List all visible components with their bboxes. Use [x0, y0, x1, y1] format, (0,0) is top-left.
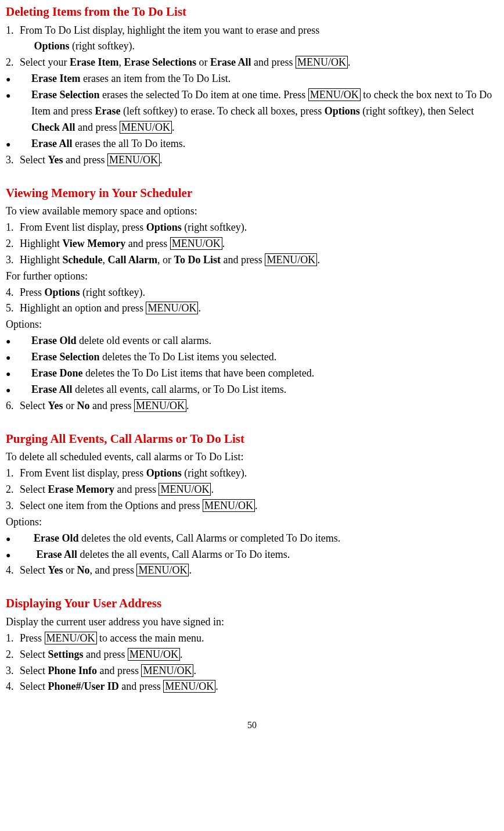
bullet-text: deletes the old events, Call Alarms or c…: [79, 532, 341, 544]
step-4: 4.Press Options (right softkey).: [6, 285, 498, 301]
step-text: Select: [20, 649, 48, 660]
step-text: .: [211, 483, 214, 495]
bold-text: Yes: [48, 400, 63, 411]
step-2: 2.Highlight View Memory and press MENU/O…: [6, 236, 498, 252]
bold-text: Erase Selections: [124, 56, 196, 68]
step-text: Highlight an option and press: [20, 302, 146, 314]
section-heading: Viewing Memory in Your Scheduler: [6, 184, 498, 203]
step-text: From Event list display, press: [20, 221, 146, 233]
key-button: MENU/OK: [296, 56, 348, 69]
step-text: Select: [20, 483, 48, 495]
bullet-text: (right softkey), then Select: [360, 105, 474, 117]
bold-text: Check All: [31, 121, 75, 133]
key-button: MENU/OK: [107, 153, 160, 166]
bold-text: Call Alarm: [108, 254, 158, 266]
step-3: 3.Highlight Schedule, Call Alarm, or To …: [6, 252, 498, 268]
bold-text: View Memory: [63, 238, 126, 249]
key-button: MENU/OK: [159, 483, 211, 496]
bold-text: Erase Selection: [31, 89, 99, 101]
step-text: Select: [20, 564, 48, 576]
step-text: (right softkey).: [182, 221, 247, 233]
bold-text: Erase Memory: [48, 483, 114, 495]
step-text: and press: [114, 483, 159, 495]
bold-text: Erase All: [31, 138, 73, 149]
key-button: MENU/OK: [45, 632, 97, 644]
bullet-text: .: [172, 121, 175, 133]
bullet-text: deletes all events, call alarms, or To D…: [73, 384, 287, 395]
intro-text: Display the current user address you hav…: [6, 614, 498, 631]
step-text: .: [255, 500, 258, 511]
key-button: MENU/OK: [136, 564, 189, 576]
step-text: .: [186, 400, 189, 411]
bold-text: Yes: [48, 564, 63, 576]
step-1: 1.From Event list display, press Options…: [6, 220, 498, 236]
bullet-item: Erase Selection erases the selected To D…: [6, 87, 498, 136]
step-text: From Event list display, press: [20, 467, 146, 479]
step-text: Select one item from the Options and pre…: [20, 500, 203, 511]
step-3: 3.Select one item from the Options and p…: [6, 498, 498, 514]
bold-text: Erase Old: [34, 532, 79, 544]
key-button: MENU/OK: [134, 399, 186, 412]
key-button: MENU/OK: [128, 648, 180, 661]
step-text: .: [198, 302, 201, 314]
bullet-text: deletes the all events, Call Alarms or T…: [77, 549, 290, 560]
bullet-item: Erase All deletes all events, call alarm…: [6, 382, 498, 398]
step-text: .: [348, 56, 351, 68]
step-text: Select: [20, 665, 48, 676]
step-text: and press: [89, 400, 134, 411]
step-text: .: [180, 649, 183, 660]
bold-text: Erase Old: [31, 335, 77, 346]
step-5: 5.Highlight an option and press MENU/OK.: [6, 300, 498, 317]
step-text: and press: [221, 254, 265, 266]
bold-text: Options: [146, 221, 182, 233]
step-2: 2.Select Settings and press MENU/OK.: [6, 647, 498, 663]
step-text: .: [215, 680, 218, 692]
step-text: and press: [84, 649, 128, 660]
bullet-text: and press: [75, 121, 120, 133]
bold-text: Phone#/User ID: [48, 680, 118, 692]
step-text: or: [196, 56, 210, 68]
bold-text: Options: [34, 40, 70, 52]
bullet-item: Erase Old delete old events or call alar…: [6, 333, 498, 349]
bullet-item: Erase All deletes the all events, Call A…: [6, 547, 498, 563]
bullet-text: deletes the To Do List items you selecte…: [99, 351, 276, 363]
key-button: MENU/OK: [265, 253, 317, 266]
step-text: , or: [157, 254, 174, 266]
step-3: 3.Select Phone Info and press MENU/OK.: [6, 663, 498, 679]
step-text: or: [63, 400, 77, 411]
step-text: to access the main menu.: [97, 632, 204, 644]
step-text: ,: [103, 254, 108, 266]
step-text: Select: [20, 400, 48, 411]
bold-text: Erase: [95, 105, 120, 117]
step-3: 3.Select Yes and press MENU/OK.: [6, 152, 498, 169]
intro-text: To view available memory space and optio…: [6, 203, 498, 220]
step-text: .: [193, 665, 196, 676]
step-text: Select your: [20, 56, 70, 68]
key-button: MENU/OK: [170, 237, 222, 250]
section-heading: Purging All Events, Call Alarms or To Do…: [6, 429, 498, 449]
step-text: Highlight: [20, 254, 63, 266]
step-text: .: [222, 238, 225, 249]
step-2: 2.Select Erase Memory and press MENU/OK.: [6, 482, 498, 498]
step-text: (right softkey).: [80, 286, 145, 298]
key-button: MENU/OK: [163, 680, 215, 693]
step-text: .: [317, 254, 320, 266]
bold-text: No: [77, 400, 89, 411]
bullet-item: Erase All erases the all To Do items.: [6, 136, 498, 152]
bullet-text: erases the selected To Do item at one ti…: [99, 89, 308, 101]
step-text: (right softkey).: [70, 40, 135, 52]
bullet-text: delete old events or call alarms.: [77, 335, 211, 346]
step-text: and press: [251, 56, 295, 68]
intro-text: Options:: [6, 514, 498, 531]
key-button: MENU/OK: [203, 499, 255, 512]
bold-text: Erase Selection: [31, 351, 99, 363]
step-text: Press: [20, 632, 45, 644]
step-text: or: [63, 564, 77, 576]
step-1: 1.From Event list display, press Options…: [6, 465, 498, 482]
intro-text: For further options:: [6, 268, 498, 285]
bold-text: Erase All: [37, 549, 78, 560]
step-4: 4.Select Yes or No, and press MENU/OK.: [6, 563, 498, 579]
bullet-text: deletes the To Do List items that have b…: [83, 367, 315, 379]
step-2: 2.Select your Erase Item, Erase Selectio…: [6, 55, 498, 71]
intro-text: To delete all scheduled events, call ala…: [6, 449, 498, 465]
